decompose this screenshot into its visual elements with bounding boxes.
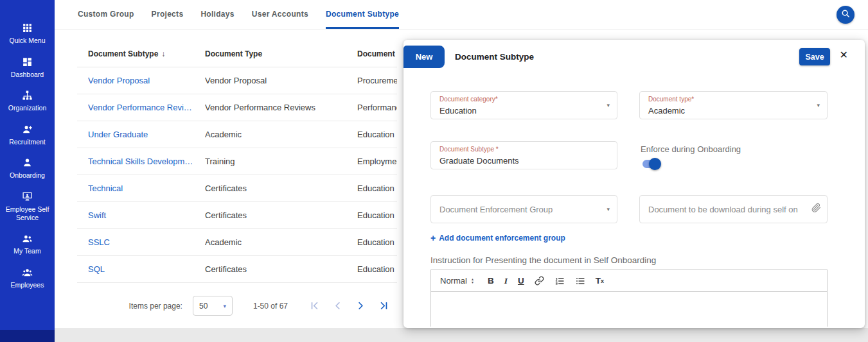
new-tab[interactable]: New — [403, 46, 445, 68]
person-monitor-icon — [22, 191, 33, 202]
document-subtype-form-panel: New Document Subtype Save ✕ Document cat… — [403, 40, 865, 328]
tab-bar: Custom Group Projects Holidays User Acco… — [55, 0, 868, 30]
field-placeholder: Document Enforcement Group — [439, 205, 553, 214]
cell-document-category: Performance — [357, 103, 397, 112]
cell-document-category: Education — [357, 210, 397, 220]
sidebar-items: Quick Menu Dashboard Organization Recrui… — [0, 0, 55, 295]
table-header-row: Document Subtype↓ Document Type Document… — [77, 41, 397, 67]
editor-body[interactable] — [431, 292, 827, 327]
people-group-icon — [22, 267, 33, 278]
person-icon — [22, 157, 33, 168]
chevron-down-icon[interactable]: ▾ — [607, 206, 610, 212]
cell-subtype-link[interactable]: Technical — [88, 184, 205, 193]
sidebar-item-label: Organization — [8, 104, 47, 112]
bold-button[interactable]: B — [488, 276, 494, 286]
chevron-down-icon[interactable]: ▾ — [817, 102, 820, 108]
format-picker[interactable]: Normal ▴▾ — [440, 276, 474, 286]
chevron-down-icon[interactable]: ▾ — [607, 102, 610, 108]
sidebar-item-label: Onboarding — [10, 171, 45, 180]
field-label: Document type* — [648, 96, 694, 103]
cell-document-category: Education — [357, 264, 397, 274]
first-page-button[interactable] — [307, 299, 321, 313]
field-value: Academic — [648, 106, 685, 115]
field-label: Document category* — [439, 96, 498, 103]
italic-button[interactable]: I — [504, 276, 508, 286]
sidebar-item-organization[interactable]: Organization — [0, 84, 55, 118]
plus-icon: + — [430, 233, 436, 243]
tab-holidays[interactable]: Holidays — [200, 0, 234, 29]
document-enforcement-group-select[interactable]: Document Enforcement Group ▾ — [430, 195, 617, 223]
cell-document-type: Training — [205, 157, 357, 166]
close-icon[interactable]: ✕ — [840, 50, 848, 60]
sidebar-item-quick-menu[interactable]: Quick Menu — [0, 17, 55, 51]
underline-button[interactable]: U — [518, 276, 524, 286]
chevron-down-icon: ▾ — [223, 303, 226, 309]
last-page-button[interactable] — [376, 299, 391, 313]
column-header-document-type[interactable]: Document Type — [205, 49, 357, 58]
people-icon — [22, 233, 33, 244]
org-tree-icon — [22, 90, 33, 101]
cell-subtype-link[interactable]: Under Graduate — [88, 130, 205, 139]
cell-subtype-link[interactable]: Vendor Performance Reviews — [88, 103, 205, 112]
table-row: SQL Certificates Education — [77, 256, 397, 283]
sidebar-item-dashboard[interactable]: Dashboard — [0, 51, 55, 85]
cell-document-type: Certificates — [205, 184, 357, 193]
cell-document-type: Vendor Performance Reviews — [205, 103, 357, 112]
sidebar-item-my-team[interactable]: My Team — [0, 227, 55, 261]
sidebar-item-label: Employee Self Service — [4, 205, 51, 221]
field-value: Education — [439, 106, 477, 115]
sidebar-item-label: My Team — [13, 247, 40, 255]
items-per-page-label: Items per page: — [129, 302, 182, 311]
sidebar-item-recruitment[interactable]: Recruitment — [0, 118, 55, 152]
ordered-list-icon[interactable] — [554, 276, 565, 286]
sidebar-item-onboarding[interactable]: Onboarding — [0, 151, 55, 185]
cell-subtype-link[interactable]: Technical Skills Development — [88, 157, 205, 166]
cell-subtype-link[interactable]: Vendor Proposal — [88, 76, 205, 85]
previous-page-button[interactable] — [330, 299, 344, 313]
page-size-select[interactable]: 50 ▾ — [193, 296, 233, 316]
page-size-value: 50 — [199, 302, 208, 311]
save-button[interactable]: Save — [799, 48, 830, 65]
tab-projects[interactable]: Projects — [152, 0, 184, 29]
cell-document-category: Education — [357, 130, 397, 139]
sidebar-item-partial[interactable] — [0, 330, 55, 342]
panel-title: Document Subtype — [455, 52, 534, 62]
cell-document-type: Certificates — [205, 210, 357, 220]
search-button[interactable] — [837, 6, 855, 24]
document-subtype-table: Document Subtype↓ Document Type Document… — [77, 41, 397, 316]
document-type-select[interactable]: Document type* Academic ▾ — [639, 91, 828, 119]
cell-subtype-link[interactable]: Swift — [88, 210, 205, 220]
tab-custom-group[interactable]: Custom Group — [78, 0, 134, 29]
rich-text-editor: Normal ▴▾ B I U Tx — [430, 269, 828, 327]
cell-subtype-link[interactable]: SQL — [88, 264, 205, 274]
cell-document-category: Employment — [357, 157, 397, 166]
cell-subtype-link[interactable]: SSLC — [88, 237, 205, 247]
document-download-attachment-field[interactable]: Document to be download during self on — [639, 195, 828, 223]
field-value: Graduate Documents — [439, 156, 519, 166]
app-root: { "colors": { "accent": "#1254b3", "side… — [0, 0, 868, 342]
instruction-label: Instruction for Presenting the document … — [430, 255, 656, 265]
sidebar-item-employees[interactable]: Employees — [0, 261, 55, 295]
table-row: Vendor Performance Reviews Vendor Perfor… — [77, 94, 397, 121]
clear-formatting-button[interactable]: Tx — [596, 276, 604, 286]
sidebar-item-label: Employees — [11, 281, 44, 289]
bullet-list-icon[interactable] — [575, 276, 585, 286]
tab-document-subtype[interactable]: Document Subtype — [326, 0, 399, 29]
paperclip-icon[interactable] — [811, 203, 821, 216]
add-document-enforcement-group-link[interactable]: + Add document enforcement group — [430, 233, 565, 243]
link-icon[interactable] — [535, 276, 544, 286]
tab-user-accounts[interactable]: User Accounts — [252, 0, 308, 29]
format-value: Normal — [440, 276, 467, 286]
grid-icon — [22, 22, 33, 33]
column-header-document-category[interactable]: Document Category — [357, 49, 397, 58]
document-subtype-input[interactable]: Document Subtype * Graduate Documents — [430, 141, 617, 169]
next-page-button[interactable] — [353, 299, 368, 313]
sidebar-item-employee-self-service[interactable]: Employee Self Service — [0, 185, 55, 227]
document-category-select[interactable]: Document category* Education ▾ — [430, 91, 617, 119]
sort-desc-icon[interactable]: ↓ — [161, 49, 165, 58]
column-header-document-subtype[interactable]: Document Subtype↓ — [88, 49, 205, 58]
pagination: Items per page: 50 ▾ 1-50 of 67 — [77, 283, 397, 316]
enforce-during-onboarding-toggle[interactable] — [642, 160, 660, 168]
table-row: Vendor Proposal Vendor Proposal Procurem… — [77, 67, 397, 94]
cell-document-type: Vendor Proposal — [205, 76, 357, 85]
